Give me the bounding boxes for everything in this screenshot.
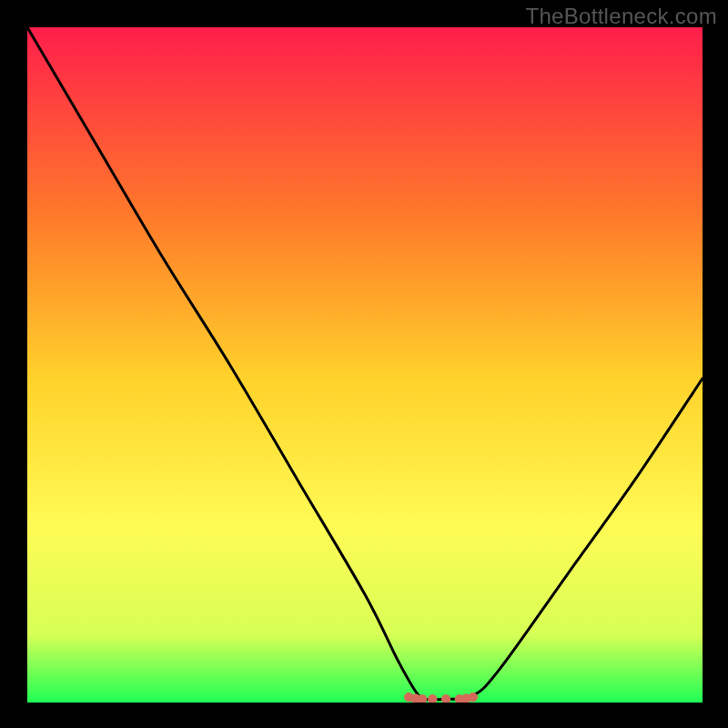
bottleneck-plot-svg: [27, 27, 703, 703]
watermark-text: TheBottleneck.com: [525, 4, 717, 29]
gradient-background: [27, 27, 703, 703]
chart-frame: TheBottleneck.com: [0, 0, 728, 728]
optimum-marker-dot: [469, 693, 478, 702]
plot-area: [27, 27, 703, 703]
